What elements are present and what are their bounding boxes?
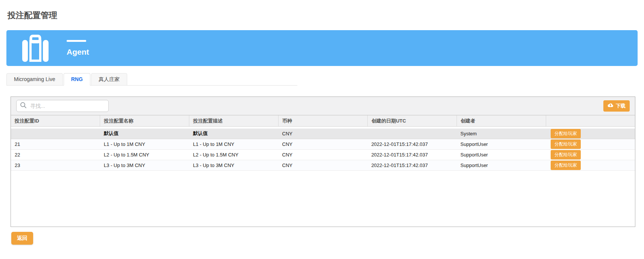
cell-currency: CNY [279,160,368,171]
assign-to-player-button[interactable]: 分配给玩家 [551,150,581,159]
page-title: 投注配置管理 [8,10,638,21]
cell-action: 分配给玩家 [546,139,635,150]
cell-desc: L2 - Up to 1.5M CNY [189,150,279,160]
cell-action: 分配给玩家 [546,129,635,139]
cell-name: L2 - Up to 1.5M CNY [100,150,189,160]
cell-creator: SupportUser [457,150,546,160]
tab-bar: Microgaming Live RNG 真人庄家 [6,73,297,86]
cell-desc: L1 - Up to 1M CNY [189,139,279,150]
cell-id [11,129,100,139]
table-row: 21 L1 - Up to 1M CNY L1 - Up to 1M CNY C… [11,139,635,150]
download-button[interactable]: 下载 [603,100,630,112]
cell-created [367,129,457,139]
tab-rng[interactable]: RNG [64,73,90,86]
column-header-name: 投注配置名称 [100,115,189,127]
search-input[interactable] [29,103,105,109]
bet-config-table: 投注配置ID 投注配置名称 投注配置描述 币种 创建的日期UTC 创建者 默认值… [11,115,635,171]
cell-name: L3 - Up to 3M CNY [100,160,189,171]
cell-name: L1 - Up to 1M CNY [100,139,189,150]
download-button-label: 下载 [616,103,626,109]
cell-name: 默认值 [100,129,189,139]
tab-microgaming-live[interactable]: Microgaming Live [6,73,63,86]
cell-created: 2022-12-01T15:17:42.037 [367,160,457,171]
banner-text-block: Agent [67,40,89,57]
cell-created: 2022-12-01T15:17:42.037 [367,150,457,160]
table-header-row: 投注配置ID 投注配置名称 投注配置描述 币种 创建的日期UTC 创建者 [11,115,635,127]
column-header-creator: 创建者 [457,115,546,127]
cell-action: 分配给玩家 [546,160,635,171]
cell-creator: SupportUser [457,139,546,150]
cloud-download-icon [607,103,614,109]
cell-currency: CNY [279,139,368,150]
cell-desc: 默认值 [189,129,279,139]
assign-to-player-button[interactable]: 分配给玩家 [551,139,581,149]
assign-to-player-button[interactable]: 分配给玩家 [551,129,581,138]
cell-creator: SupportUser [457,160,546,171]
column-header-actions [546,115,635,127]
panel-toolbar: 下载 [11,97,635,115]
banner-label: Agent [67,48,89,57]
config-panel: 下载 投注配置ID 投注配置名称 投注配置描述 币种 创建的日期UTC 创建者 [11,97,635,227]
column-header-currency: 币种 [279,115,368,127]
tab-live-dealer[interactable]: 真人庄家 [91,73,127,86]
page: 投注配置管理 Agent Microgaming Live RNG 真人庄家 [0,10,644,245]
back-button[interactable]: 返回 [11,232,33,245]
table-row: 默认值 默认值 CNY System 分配给玩家 [11,129,635,139]
cell-currency: CNY [279,129,368,139]
cell-desc: L3 - Up to 3M CNY [189,160,279,171]
cell-id: 23 [11,160,100,171]
column-header-desc: 投注配置描述 [189,115,279,127]
cell-action: 分配给玩家 [546,150,635,160]
cell-currency: CNY [279,150,368,160]
briefcase-icon [21,35,50,62]
cell-id: 21 [11,139,100,150]
table-row: 22 L2 - Up to 1.5M CNY L2 - Up to 1.5M C… [11,150,635,160]
cell-created: 2022-12-01T15:17:42.037 [367,139,457,150]
assign-to-player-button[interactable]: 分配给玩家 [551,161,581,170]
search-box[interactable] [16,100,109,112]
agent-banner: Agent [6,30,638,66]
table-row: 23 L3 - Up to 3M CNY L3 - Up to 3M CNY C… [11,160,635,171]
column-header-created: 创建的日期UTC [367,115,457,127]
cell-creator: System [457,129,546,139]
cell-id: 22 [11,150,100,160]
column-header-id: 投注配置ID [11,115,100,127]
search-icon [20,102,27,110]
banner-dash [67,40,86,42]
